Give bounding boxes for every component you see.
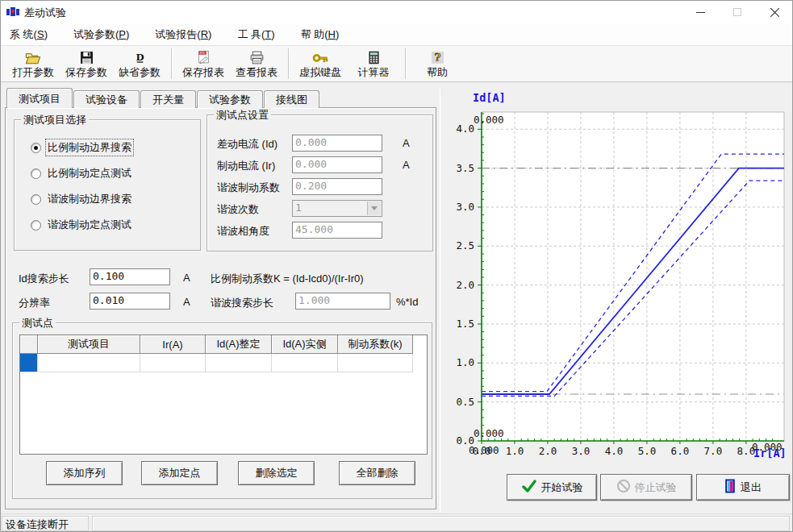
svg-text:4.0: 4.0: [456, 123, 474, 135]
menu-item-S[interactable]: 系 统(S): [2, 25, 56, 44]
resolution-label: 分辨率: [19, 296, 50, 310]
app-icon: [6, 6, 19, 19]
menu-item-H[interactable]: 帮 助(H): [293, 25, 348, 44]
column-header-Id(A)整定[interactable]: Id(A)整定: [206, 335, 272, 354]
toolbar-button-label: 帮助: [427, 65, 448, 80]
floppy-disk-icon: [80, 48, 94, 64]
tab-开关量[interactable]: 开关量: [140, 90, 196, 108]
id-step-input[interactable]: 0.100: [90, 268, 170, 285]
toolbar-button-label: 打开参数: [12, 65, 54, 80]
menu-item-P[interactable]: 试验参数(P): [65, 25, 137, 44]
radio-label: 谐波制动边界搜索: [46, 191, 133, 207]
table-cell[interactable]: [206, 354, 272, 372]
svg-text:0.000: 0.000: [474, 427, 504, 439]
button-添加定点[interactable]: 添加定点: [141, 461, 218, 485]
toolbar-button-open-folder[interactable]: 打开参数: [6, 47, 60, 81]
title-bar: 差动试验: [0, 0, 793, 24]
open-folder-icon: [25, 48, 41, 64]
radio-option-谐波制动定点测试[interactable]: 谐波制动定点测试: [31, 217, 133, 233]
start-test-button[interactable]: 开始试验: [507, 474, 597, 501]
toolbar-button-help[interactable]: ?帮助: [411, 47, 464, 81]
button-全部删除[interactable]: 全部删除: [339, 461, 415, 485]
test-points-table[interactable]: 测试项目Ir(A)Id(A)整定Id(A)实侧制动系数(k): [19, 335, 428, 455]
menu-item-R[interactable]: 试验报告(R): [147, 25, 219, 44]
radio-option-比例制动边界搜索[interactable]: 比例制动边界搜索: [31, 139, 133, 156]
table-cell[interactable]: [38, 354, 140, 372]
field-input[interactable]: 0.000: [292, 156, 382, 173]
exit-door-icon: [724, 479, 737, 496]
exit-button[interactable]: 退出: [696, 474, 790, 501]
bias-characteristic-chart: 0.01.02.03.04.05.06.07.08.00.00.51.01.52…: [444, 90, 791, 471]
calculator-icon: [368, 48, 380, 64]
minimize-button[interactable]: [682, 0, 719, 24]
table-row: [20, 354, 427, 372]
radio-circle-icon: [31, 168, 41, 179]
toolbar-separator: [171, 48, 172, 79]
radio-label: 比例制动定点测试: [46, 165, 133, 181]
svg-text:3.5: 3.5: [456, 162, 474, 174]
svg-text:7.0: 7.0: [704, 445, 723, 457]
tab-试验设备[interactable]: 试验设备: [73, 90, 140, 108]
field-input[interactable]: 0.200: [292, 178, 382, 195]
column-header-制动系数(k)[interactable]: 制动系数(k): [338, 335, 413, 354]
table-cell[interactable]: [272, 354, 338, 372]
id-step-unit: A: [183, 272, 190, 284]
svg-text:5.0: 5.0: [638, 445, 657, 457]
svg-text:3.0: 3.0: [456, 201, 474, 213]
table-cell[interactable]: [338, 354, 413, 372]
stop-test-button[interactable]: 停止试验: [600, 474, 692, 501]
field-label: 谐波相角度: [217, 224, 269, 239]
test-item-select-group: 测试项目选择 比例制动边界搜索比例制动定点测试谐波制动边界搜索谐波制动定点测试: [14, 119, 201, 251]
exit-label: 退出: [741, 480, 762, 495]
tab-试验参数[interactable]: 试验参数: [197, 90, 263, 108]
field-input[interactable]: 45.000: [292, 222, 382, 239]
toolbar-button-save-report[interactable]: EXL保存报表: [177, 47, 230, 81]
button-添加序列[interactable]: 添加序列: [46, 461, 123, 485]
svg-text:3.0: 3.0: [572, 445, 591, 457]
check-icon: [521, 480, 537, 496]
radio-option-比例制动定点测试[interactable]: 比例制动定点测试: [31, 165, 133, 181]
tab-page-test-items: 测试项目选择 比例制动边界搜索比例制动定点测试谐波制动边界搜索谐波制动定点测试 …: [5, 107, 436, 509]
row-header-corner[interactable]: [20, 335, 38, 354]
tab-测试项目[interactable]: 测试项目: [6, 88, 73, 108]
close-button[interactable]: [756, 0, 793, 24]
id-step-label: Id搜索步长: [19, 272, 69, 286]
field-input[interactable]: 0.000: [292, 135, 382, 152]
svg-text:D: D: [136, 51, 144, 62]
harmonic-step-input[interactable]: 1.000: [295, 293, 390, 310]
menu-item-T[interactable]: 工 具(T): [229, 25, 282, 44]
toolbar-button-label: 缺省参数: [119, 65, 161, 80]
svg-text:1.0: 1.0: [456, 356, 474, 368]
group-title: 测试点设置: [214, 108, 271, 123]
toolbar-button-label: 虚拟键盘: [299, 65, 341, 80]
resolution-input[interactable]: 0.010: [90, 293, 170, 310]
table-cell[interactable]: [140, 354, 206, 372]
toolbar-button-floppy-disk[interactable]: 保存参数: [60, 47, 113, 81]
column-header-Id(A)实侧[interactable]: Id(A)实侧: [272, 335, 338, 354]
group-title: 测试项目选择: [21, 113, 89, 127]
toolbar-button-view-report[interactable]: 查看报表: [230, 47, 283, 81]
button-删除选定[interactable]: 删除选定: [238, 461, 315, 485]
toolbar-button-default-params[interactable]: D缺省参数: [113, 47, 166, 81]
column-header-Ir(A)[interactable]: Ir(A): [140, 335, 206, 354]
start-test-label: 开始试验: [541, 480, 583, 495]
test-points-group: 测试点 测试项目Ir(A)Id(A)整定Id(A)实侧制动系数(k) 添加序列添…: [12, 322, 432, 499]
window-title: 差动试验: [24, 6, 66, 20]
column-header-测试项目[interactable]: 测试项目: [38, 335, 140, 354]
svg-text:4.0: 4.0: [605, 445, 624, 457]
harmonic-order-select[interactable]: 1: [292, 200, 382, 217]
default-params-icon: D: [133, 48, 147, 64]
maximize-button[interactable]: [719, 0, 756, 24]
toolbar-button-calculator[interactable]: 计算器: [347, 47, 400, 81]
field-label: 差动电流 (Id): [217, 137, 278, 152]
radio-option-谐波制动边界搜索[interactable]: 谐波制动边界搜索: [31, 191, 133, 207]
view-report-icon: [249, 48, 265, 64]
stop-test-label: 停止试验: [635, 480, 677, 495]
toolbar-button-virtual-keyboard[interactable]: 虚拟键盘: [294, 47, 347, 81]
svg-text:6.0: 6.0: [671, 445, 690, 457]
row-header-cell[interactable]: [20, 354, 38, 372]
tab-接线图[interactable]: 接线图: [264, 90, 319, 108]
save-report-icon: EXL: [197, 48, 211, 64]
radio-label: 比例制动边界搜索: [46, 139, 133, 156]
svg-text:1.0: 1.0: [506, 445, 524, 457]
